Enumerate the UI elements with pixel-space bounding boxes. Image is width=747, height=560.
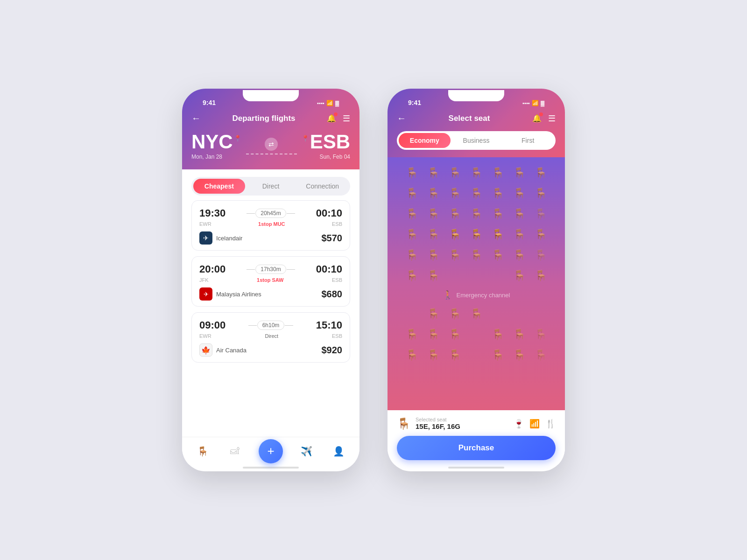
- flight-1-airline-row: ✈ Icelandair $570: [199, 231, 342, 245]
- flight-1-to: ESB: [332, 221, 342, 227]
- seat-1A[interactable]: 🪑: [403, 165, 420, 182]
- bell-icon[interactable]: 🔔: [327, 114, 336, 123]
- flight-2-airports: JFK 1stop SAW ESB: [199, 277, 342, 283]
- swap-button[interactable]: ⇄: [265, 138, 278, 151]
- back-button-2[interactable]: ←: [397, 113, 406, 124]
- nav-home-icon[interactable]: 🪑: [194, 443, 211, 460]
- seat-6B[interactable]: 🪑: [425, 267, 442, 284]
- tab-economy[interactable]: Economy: [399, 133, 451, 148]
- flight-3-duration: 6h10m: [257, 321, 285, 330]
- seat-2C[interactable]: 🪑: [446, 185, 463, 202]
- menu-icon-2[interactable]: ☰: [548, 113, 556, 124]
- seat-3E[interactable]: 🪑: [489, 206, 506, 223]
- seat-4D[interactable]: 🪑: [468, 226, 485, 243]
- seat-2B[interactable]: 🪑: [425, 185, 442, 202]
- seat-5F[interactable]: 🪑: [511, 247, 528, 264]
- seat-2G[interactable]: 🪑: [532, 185, 549, 202]
- seat-8B[interactable]: 🪑: [425, 326, 442, 343]
- tab-connection[interactable]: Connection: [296, 179, 348, 194]
- tab-first[interactable]: First: [502, 133, 554, 148]
- seat-3B[interactable]: 🪑: [425, 206, 442, 223]
- seat-6G[interactable]: 🪑: [532, 267, 549, 284]
- dest-city-wrap: 📍 ESB: [302, 132, 350, 152]
- route-section: NYC 📍 Mon, Jan 28 ⇄ 📍 ESB Sun, Feb 04: [191, 129, 350, 169]
- flight-3-price: $920: [322, 345, 343, 356]
- seat-4F[interactable]: 🪑: [511, 226, 528, 243]
- nav-profile-icon[interactable]: 👤: [331, 443, 347, 460]
- nav-seat-icon[interactable]: 🛋: [226, 443, 243, 460]
- seat-1B[interactable]: 🪑: [425, 165, 442, 182]
- seat-1F[interactable]: 🪑: [511, 165, 528, 182]
- flight-1-airline-name: Icelandair: [216, 235, 242, 242]
- seat-1C[interactable]: 🪑: [446, 165, 463, 182]
- seat-6F[interactable]: 🪑: [511, 267, 528, 284]
- seat-3D[interactable]: 🪑: [468, 206, 485, 223]
- flight-card-2[interactable]: 20:00 17h30m 00:10 JFK 1stop SAW ESB ✈ M…: [191, 256, 350, 307]
- seat-7C[interactable]: 🪑: [446, 306, 463, 322]
- seat-8C[interactable]: 🪑: [446, 326, 463, 343]
- notch: [243, 90, 299, 101]
- dest-pin-icon: 📍: [302, 135, 309, 142]
- seat-4B[interactable]: 🪑: [425, 226, 442, 243]
- seat-row-8: 🪑 🪑 🪑 🪑 🪑 🪑: [397, 326, 556, 343]
- seat-6A[interactable]: 🪑: [403, 267, 420, 284]
- back-button[interactable]: ←: [191, 113, 201, 124]
- seat-2E[interactable]: 🪑: [489, 185, 506, 202]
- seat-9D-empty: [468, 347, 485, 364]
- seat-2A[interactable]: 🪑: [403, 185, 420, 202]
- seat-5C[interactable]: 🪑: [446, 247, 463, 264]
- seat-1G[interactable]: 🪑: [532, 165, 549, 182]
- flight-2-stop: 1stop SAW: [257, 277, 283, 283]
- seat-5B[interactable]: 🪑: [425, 247, 442, 264]
- seat-3G[interactable]: 🪑: [532, 206, 549, 223]
- nav-icons: 🔔 ☰: [327, 113, 350, 124]
- seat-row-1: 🪑 🪑 🪑 🪑 🪑 🪑 🪑: [397, 165, 556, 182]
- seat-9B[interactable]: 🪑: [425, 347, 442, 364]
- seat-4E[interactable]: 🪑: [489, 226, 506, 243]
- seat-2D[interactable]: 🪑: [468, 185, 485, 202]
- seat-9G[interactable]: 🪑: [532, 347, 549, 364]
- menu-icon[interactable]: ☰: [343, 113, 350, 124]
- tab-cheapest[interactable]: Cheapest: [193, 179, 245, 194]
- seat-6E-empty: [489, 267, 506, 284]
- flight-card-3[interactable]: 09:00 6h10m 15:10 EWR Direct ESB 🍁 Air C…: [191, 312, 350, 363]
- seat-row-2: 🪑 🪑 🪑 🪑 🪑 🪑 🪑: [397, 185, 556, 202]
- seat-5D[interactable]: 🪑: [468, 247, 485, 264]
- seat-9F[interactable]: 🪑: [511, 347, 528, 364]
- tab-direct[interactable]: Direct: [245, 179, 297, 194]
- seat-5G[interactable]: 🪑: [532, 247, 549, 264]
- seat-1D[interactable]: 🪑: [468, 165, 485, 182]
- flight-card-1[interactable]: 19:30 20h45m 00:10 EWR 1stop MUC ESB ✈ I…: [191, 200, 350, 251]
- purchase-button[interactable]: Purchase: [397, 436, 556, 460]
- seat-7B[interactable]: 🪑: [425, 306, 442, 322]
- seat-8G[interactable]: 🪑: [532, 326, 549, 343]
- bell-icon-2[interactable]: 🔔: [532, 114, 542, 123]
- home-indicator: [243, 467, 299, 469]
- seat-4C[interactable]: 🪑: [446, 226, 463, 243]
- seat-5E[interactable]: 🪑: [489, 247, 506, 264]
- seat-8F[interactable]: 🪑: [511, 326, 528, 343]
- seat-1E[interactable]: 🪑: [489, 165, 506, 182]
- seat-7D[interactable]: 🪑: [468, 306, 485, 322]
- add-button[interactable]: +: [259, 439, 283, 463]
- tab-business[interactable]: Business: [451, 133, 502, 148]
- flight-1-airports: EWR 1stop MUC ESB: [199, 221, 342, 227]
- seat-9E[interactable]: 🪑: [489, 347, 506, 364]
- seat-3C[interactable]: 🪑: [446, 206, 463, 223]
- seat-8A[interactable]: 🪑: [403, 326, 420, 343]
- seat-5A[interactable]: 🪑: [403, 247, 420, 264]
- seat-4G[interactable]: 🪑: [532, 226, 549, 243]
- seat-2F[interactable]: 🪑: [511, 185, 528, 202]
- seat-7A-empty: [403, 306, 420, 322]
- nav-flight-icon[interactable]: ✈️: [298, 443, 315, 460]
- seat-4A[interactable]: 🪑: [403, 226, 420, 243]
- notification-badge: [334, 112, 338, 116]
- seat-3A[interactable]: 🪑: [403, 206, 420, 223]
- flight-1-times: 19:30 20h45m 00:10: [199, 207, 342, 219]
- seat-3F[interactable]: 🪑: [511, 206, 528, 223]
- seat-9A[interactable]: 🪑: [403, 347, 420, 364]
- seat-8E[interactable]: 🪑: [489, 326, 506, 343]
- seat-9C[interactable]: 🪑: [446, 347, 463, 364]
- flight-2-airline-row: ✈ Malaysia Airlines $680: [199, 287, 342, 301]
- destination: 📍 ESB Sun, Feb 04: [302, 132, 350, 160]
